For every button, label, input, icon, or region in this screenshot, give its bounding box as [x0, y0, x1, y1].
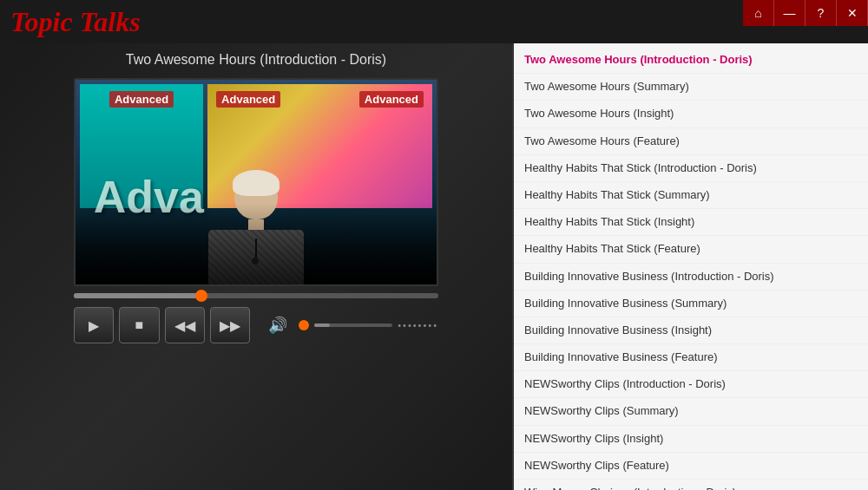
advanced-label-3: Advanced	[359, 91, 424, 108]
volume-track[interactable]	[314, 323, 392, 327]
playlist-item[interactable]: Healthy Habits That Stick (Insight)	[514, 209, 868, 236]
playlist-item[interactable]: NEWSworthy Clips (Introduction - Doris)	[514, 371, 868, 398]
minimize-button[interactable]: —	[774, 0, 806, 26]
volume-dots: ••••••••	[398, 320, 438, 330]
playlist-list[interactable]: Two Awesome Hours (Introduction - Doris)…	[514, 43, 868, 490]
volume-icon: 🔊	[268, 316, 287, 335]
stop-icon: ■	[135, 317, 144, 333]
progress-area	[74, 293, 438, 298]
playlist-item[interactable]: Healthy Habits That Stick (Summary)	[514, 182, 868, 209]
advanced-label-1: Advanced	[109, 91, 174, 108]
progress-fill	[74, 293, 201, 298]
playlist-item[interactable]: Healthy Habits That Stick (Introduction …	[514, 155, 868, 182]
play-button[interactable]: ▶	[74, 307, 114, 343]
volume-button[interactable]: 🔊	[262, 310, 293, 341]
video-title: Two Awesome Hours (Introduction - Doris)	[126, 52, 386, 68]
forward-icon: ▶▶	[220, 317, 240, 334]
playlist-item[interactable]: NEWSworthy Clips (Summary)	[514, 398, 868, 425]
window-controls: ⌂ — ? ✕	[743, 0, 868, 26]
play-icon: ▶	[89, 317, 99, 334]
playlist-item[interactable]: Building Innovative Business (Summary)	[514, 291, 868, 317]
volume-fill	[314, 323, 330, 327]
rewind-button[interactable]: ◀◀	[165, 307, 205, 343]
advanced-label-2: Advanced	[216, 91, 280, 108]
playlist-item[interactable]: Two Awesome Hours (Introduction - Doris)	[514, 47, 868, 74]
playlist-item[interactable]: NEWSworthy Clips (Feature)	[514, 453, 868, 480]
close-button[interactable]: ✕	[837, 0, 868, 26]
title-bar: Topic Talks	[0, 0, 868, 43]
progress-track[interactable]	[74, 293, 438, 298]
controls-area: ▶ ■ ◀◀ ▶▶ 🔊 ••••••••	[74, 307, 438, 343]
rewind-icon: ◀◀	[174, 317, 195, 334]
video-container: Advanced Advanced Advanced Adva	[74, 78, 438, 286]
video-fade	[76, 203, 437, 284]
help-button[interactable]: ?	[806, 0, 837, 26]
app-title: Topic Talks	[10, 6, 141, 38]
playlist-item[interactable]: NEWSworthy Clips (Insight)	[514, 426, 868, 453]
playlist-item[interactable]: Two Awesome Hours (Feature)	[514, 128, 868, 155]
playlist-item[interactable]: Building Innovative Business (Insight)	[514, 317, 868, 344]
forward-button[interactable]: ▶▶	[210, 307, 250, 343]
person-hair	[233, 170, 279, 196]
stop-button[interactable]: ■	[119, 307, 159, 343]
volume-dot	[299, 320, 309, 330]
progress-thumb[interactable]	[195, 290, 207, 302]
playlist-item[interactable]: Two Awesome Hours (Summary)	[514, 74, 868, 101]
playlist-item[interactable]: Building Innovative Business (Introducti…	[514, 264, 868, 291]
playlist-item[interactable]: Building Innovative Business (Feature)	[514, 344, 868, 371]
home-button[interactable]: ⌂	[743, 0, 774, 26]
video-panel: Two Awesome Hours (Introduction - Doris)…	[0, 43, 512, 490]
video-frame: Advanced Advanced Advanced Adva	[76, 80, 437, 284]
playlist-panel: Two Awesome Hours (Introduction - Doris)…	[512, 43, 868, 490]
volume-section: 🔊 ••••••••	[262, 310, 438, 341]
playlist-item[interactable]: Two Awesome Hours (Insight)	[514, 101, 868, 127]
main-content: Two Awesome Hours (Introduction - Doris)…	[0, 43, 868, 490]
playlist-item[interactable]: Healthy Habits That Stick (Feature)	[514, 236, 868, 263]
playlist-item[interactable]: Wise Money Choices (Introduction - Doris…	[514, 480, 868, 490]
